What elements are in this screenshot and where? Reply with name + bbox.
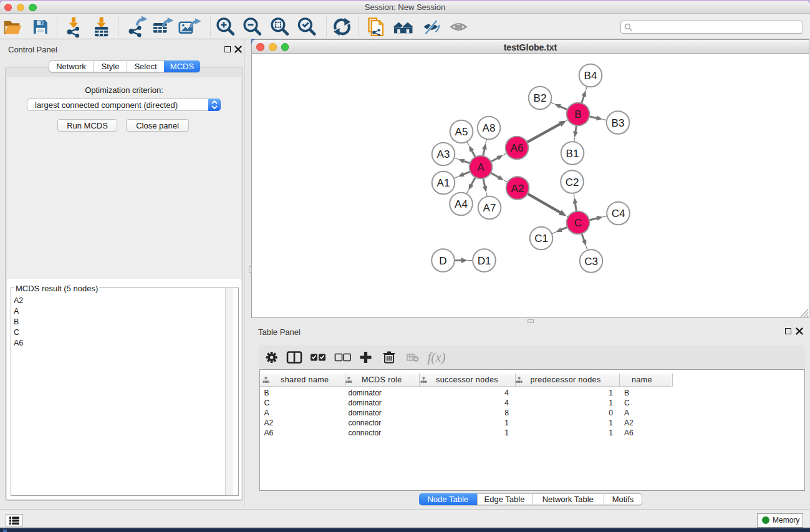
svg-text:B: B <box>574 109 581 120</box>
svg-text:A7: A7 <box>483 202 496 214</box>
svg-text:B4: B4 <box>584 70 597 82</box>
svg-text:A2: A2 <box>511 183 524 195</box>
svg-text:A5: A5 <box>455 126 468 138</box>
svg-text:A6: A6 <box>511 142 524 154</box>
svg-text:C: C <box>574 217 582 229</box>
svg-text:A1: A1 <box>437 177 450 189</box>
svg-text:A4: A4 <box>455 198 468 210</box>
svg-text:B1: B1 <box>566 148 579 160</box>
svg-text:B3: B3 <box>612 117 625 129</box>
svg-text:A: A <box>477 162 485 173</box>
svg-text:B2: B2 <box>534 92 547 104</box>
svg-text:D1: D1 <box>478 255 491 267</box>
svg-text:D: D <box>439 255 446 267</box>
svg-text:C1: C1 <box>534 233 548 244</box>
svg-text:C2: C2 <box>566 177 579 188</box>
svg-text:C4: C4 <box>612 208 625 220</box>
svg-text:C3: C3 <box>584 256 598 268</box>
svg-text:f(x): f(x) <box>427 350 445 365</box>
svg-text:A3: A3 <box>437 148 450 160</box>
svg-text:A8: A8 <box>483 122 496 134</box>
